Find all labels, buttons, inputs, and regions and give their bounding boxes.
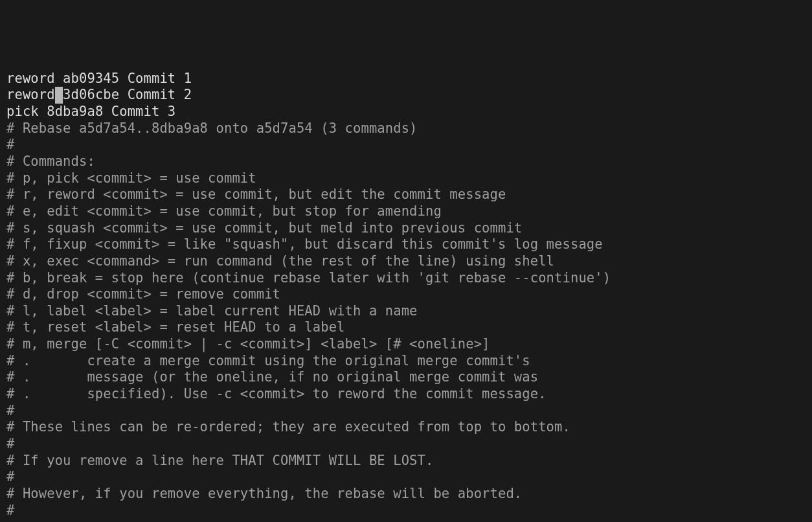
comment-line[interactable]: # x, exec <command> = run command (the r… [6,253,806,270]
commit-line[interactable]: reword ab09345 Commit 1 [6,71,806,87]
comment-line[interactable]: # [6,503,806,519]
commit-rest: 8dba9a8 Commit 3 [47,104,175,119]
commit-line[interactable]: reword 3d06cbe Commit 2 [6,87,806,104]
comment-line[interactable]: # These lines can be re-ordered; they ar… [6,419,806,436]
rebase-action: pick [6,104,39,119]
rebase-action: reword [6,87,55,102]
text-cursor [55,87,63,104]
comment-line[interactable]: # m, merge [-C <commit> | -c <commit>] <… [6,336,806,353]
comment-line[interactable]: # Commands: [6,153,806,170]
comment-line[interactable]: # l, label <label> = label current HEAD … [6,303,806,320]
comment-line[interactable]: # However, if you remove everything, the… [6,486,806,503]
comment-line[interactable]: # s, squash <commit> = use commit, but m… [6,220,806,237]
comment-line[interactable]: # If you remove a line here THAT COMMIT … [6,453,806,470]
comment-line[interactable]: # [6,137,806,153]
comment-line[interactable]: # . message (or the oneline, if no origi… [6,369,806,386]
comment-line[interactable]: # p, pick <commit> = use commit [6,170,806,187]
rebase-action: reword [6,71,55,86]
rebase-todo-editor[interactable]: reword ab09345 Commit 1reword 3d06cbe Co… [6,71,806,519]
comment-line[interactable]: # f, fixup <commit> = like "squash", but… [6,236,806,253]
comment-line[interactable]: # . specified). Use -c <commit> to rewor… [6,386,806,403]
comment-line[interactable]: # r, reword <commit> = use commit, but e… [6,187,806,203]
comment-line[interactable]: # b, break = stop here (continue rebase … [6,270,806,287]
commit-rest: 3d06cbe Commit 2 [63,87,192,102]
comment-line[interactable]: # [6,469,806,486]
commit-rest: ab09345 Commit 1 [63,71,192,86]
comment-line[interactable]: # [6,403,806,420]
comment-line[interactable]: # t, reset <label> = reset HEAD to a lab… [6,319,806,336]
comment-line[interactable]: # e, edit <commit> = use commit, but sto… [6,203,806,220]
comment-line[interactable]: # [6,436,806,453]
comment-line[interactable]: # d, drop <commit> = remove commit [6,286,806,303]
comment-line[interactable]: # Rebase a5d7a54..8dba9a8 onto a5d7a54 (… [6,120,806,137]
comment-line[interactable]: # . create a merge commit using the orig… [6,353,806,370]
commit-line[interactable]: pick 8dba9a8 Commit 3 [6,104,806,120]
